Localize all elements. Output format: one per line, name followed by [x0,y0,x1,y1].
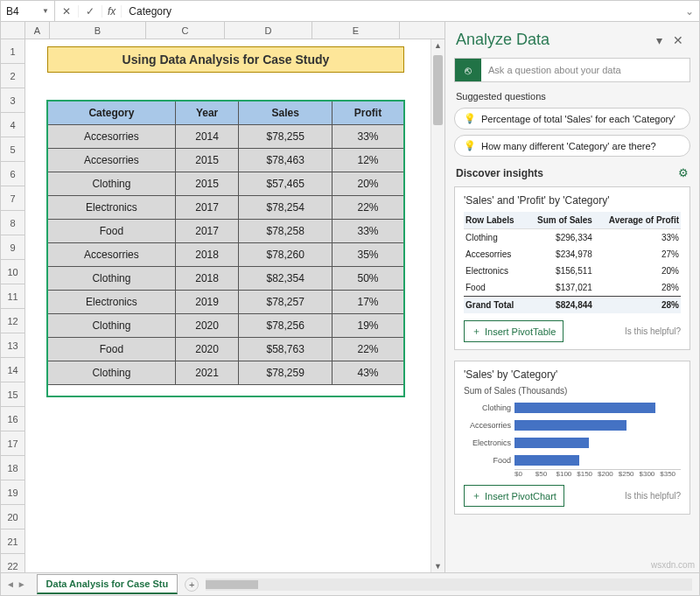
table-row[interactable]: Clothing2021$78,25943% [48,361,404,385]
table-row[interactable]: Accesorries2015$78,46312% [48,149,404,172]
cancel-icon[interactable]: ✕ [55,5,79,18]
row-header[interactable]: 4 [1,113,24,137]
chart-bar-row: Clothing [464,399,681,417]
row-header[interactable]: 16 [1,407,24,431]
row-header[interactable]: 15 [1,382,24,407]
row-header[interactable]: 18 [1,456,24,480]
chart-bar-row: Accesorries [464,417,681,434]
analyze-icon: ⎋ [455,59,481,81]
scroll-up-icon[interactable]: ▲ [431,41,444,50]
suggestion-pill[interactable]: 💡 Percentage of total 'Sales' for each '… [454,108,690,130]
fx-icon[interactable]: fx [102,5,122,18]
table-row[interactable]: Food2020$58,76322% [48,338,404,361]
horizontal-scrollbar[interactable] [206,578,692,591]
close-icon[interactable]: ✕ [668,33,689,47]
suggestion-text: How many different 'Category' are there? [481,141,656,151]
suggestion-text: Percentage of total 'Sales' for each 'Ca… [481,114,676,124]
insert-pivottable-button[interactable]: ＋ Insert PivotTable [464,320,564,342]
name-box[interactable]: B4 ▼ [1,1,55,21]
column-header[interactable]: A [25,22,50,39]
bulb-icon: 💡 [464,140,476,151]
table-header[interactable]: Category [48,102,176,125]
row-header[interactable]: 8 [1,211,24,235]
row-header[interactable]: 17 [1,431,24,456]
table-row[interactable]: Electronics2019$78,25717% [48,291,404,314]
scroll-thumb[interactable] [433,55,443,125]
status-bar: ◄ ► Data Analysis for Case Stu + [1,572,699,595]
column-header[interactable]: B [50,22,146,39]
row-header[interactable]: 6 [1,162,24,186]
data-table[interactable]: CategoryYearSalesProfitAccesorries2014$7… [47,101,404,385]
row-header[interactable]: 22 [1,554,24,572]
expand-formula-icon[interactable]: ⌄ [680,5,699,18]
sheet-nav[interactable]: ◄ ► [1,579,32,589]
column-header[interactable]: E [312,22,400,39]
table-row[interactable]: Clothing2020$78,25619% [48,314,404,338]
table-row[interactable]: Food2017$78,25833% [48,220,404,243]
scroll-thumb[interactable] [206,580,258,589]
row-header[interactable]: 12 [1,309,24,333]
table-row[interactable]: Accesorries2014$78,25533% [48,125,404,149]
row-header[interactable]: 11 [1,284,24,309]
row-header[interactable]: 19 [1,480,24,505]
bulb-icon: 💡 [464,113,476,124]
table-header[interactable]: Sales [239,102,332,125]
chart-axis: $0$50$100$150$200$250$300$350 [514,469,681,478]
insert-pivotchart-button[interactable]: ＋ Insert PivotChart [464,485,564,507]
select-all-corner[interactable] [1,22,25,39]
pivot-row: Clothing$296,33433% [464,229,681,247]
row-header[interactable]: 5 [1,137,24,162]
chart-bar-row: Electronics [464,434,681,452]
spreadsheet-grid[interactable]: ABCDE 1234567891011121314151617181920212… [1,22,444,572]
chart-bar-row: Food [464,452,681,469]
row-header[interactable]: 10 [1,260,24,284]
column-header[interactable]: C [146,22,225,39]
table-row[interactable]: Clothing2015$57,46520% [48,172,404,196]
chevron-down-icon[interactable]: ▼ [42,7,49,15]
button-label: Insert PivotTable [485,326,556,337]
plus-icon: ＋ [472,325,481,338]
pivot-row: Food$137,02128% [464,279,681,297]
row-header[interactable]: 14 [1,358,24,382]
formula-input[interactable]: Category [122,5,680,18]
name-box-value: B4 [6,5,19,18]
pivot-total-row: Grand Total$824,84428% [464,297,681,314]
column-header[interactable]: D [225,22,312,39]
row-header[interactable]: 2 [1,64,24,88]
table-row[interactable]: Accesorries2018$78,26035% [48,243,404,267]
vertical-scrollbar[interactable]: ▲ ▼ [430,39,444,572]
table-row[interactable]: Clothing2018$82,35450% [48,267,404,291]
insight-card-pivot: 'Sales' and 'Profit' by 'Category' Row L… [454,186,690,350]
row-header[interactable]: 7 [1,186,24,211]
watermark: wsxdn.com [651,560,695,570]
suggestion-pill[interactable]: 💡 How many different 'Category' are ther… [454,135,690,157]
helpful-link[interactable]: Is this helpful? [625,326,681,336]
table-header[interactable]: Year [175,102,239,125]
title-cell[interactable]: Using Data Analysis for Case Study [47,46,404,73]
analyze-data-pane: Analyze Data ▾ ✕ ⎋ Ask a question about … [445,22,699,572]
row-header[interactable]: 13 [1,333,24,358]
discover-label: Discover insights [456,167,678,179]
button-label: Insert PivotChart [485,491,556,501]
card-subtitle: Sum of Sales (Thousands) [464,386,681,396]
sheet-tab[interactable]: Data Analysis for Case Stu [37,574,178,594]
pivot-row: Accesorries$234,97827% [464,246,681,263]
pane-menu-icon[interactable]: ▾ [651,33,668,47]
row-header[interactable]: 9 [1,235,24,260]
gear-icon[interactable]: ⚙ [678,166,689,179]
row-header[interactable]: 20 [1,505,24,529]
add-sheet-button[interactable]: + [185,578,199,592]
ask-question-input[interactable]: ⎋ Ask a question about your data [454,58,690,82]
confirm-icon[interactable]: ✓ [79,5,102,18]
ask-placeholder: Ask a question about your data [481,59,690,81]
pane-title: Analyze Data [456,31,651,49]
row-header[interactable]: 3 [1,88,24,113]
table-header[interactable]: Profit [332,102,403,125]
helpful-link[interactable]: Is this helpful? [625,491,681,501]
row-header[interactable]: 21 [1,529,24,554]
bar-chart: ClothingAccesorriesElectronicsFood$0$50$… [464,399,681,478]
row-header[interactable]: 1 [1,39,24,64]
insight-card-chart: 'Sales' by 'Category' Sum of Sales (Thou… [454,361,690,515]
table-row[interactable]: Electronics2017$78,25422% [48,196,404,220]
scroll-down-icon[interactable]: ▼ [431,562,444,571]
